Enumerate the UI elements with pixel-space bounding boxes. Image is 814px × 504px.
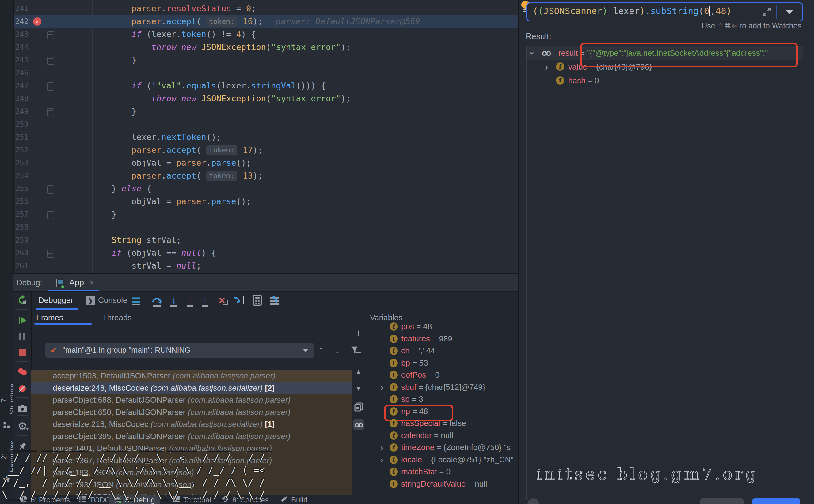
line-number[interactable]: 252 xyxy=(13,144,28,156)
fold-marker-icon[interactable] xyxy=(47,31,54,39)
evaluate-button[interactable] xyxy=(752,498,800,504)
line-number[interactable]: 248 xyxy=(13,92,28,105)
variable-row[interactable]: ›flocale = {Locale@751} "zh_CN" xyxy=(365,454,518,466)
line-number[interactable]: 251 xyxy=(13,131,28,144)
code-line[interactable]: 253 objVal = parser.parse(); xyxy=(13,156,518,169)
line-number[interactable]: 255 xyxy=(13,182,28,195)
fold-marker-icon[interactable] xyxy=(47,211,54,219)
code-line[interactable]: 258 xyxy=(13,221,518,234)
reset-frame-icon[interactable]: ✕ xyxy=(216,295,228,306)
sidebar-item-structure[interactable]: 7: Structure xyxy=(0,381,13,417)
thread-selector[interactable]: ✔ "main"@1 in group "main": RUNNING xyxy=(45,343,314,358)
code-line[interactable]: 250 xyxy=(13,118,518,131)
code-line[interactable]: 254 parser.accept( token: 13); xyxy=(13,169,518,182)
variable-row[interactable]: ›ftimeZone = {ZoneInfo@750} "s xyxy=(365,442,518,454)
stack-frame-row[interactable]: deserialze:248, MiscCodec (com.alibaba.f… xyxy=(31,382,352,394)
statusbar-tab-build[interactable]: Build xyxy=(275,495,312,504)
result-child-row[interactable]: fhash = 0 xyxy=(526,74,803,88)
line-number[interactable]: 241 xyxy=(13,2,28,15)
scroll-down-icon[interactable]: ▼ xyxy=(353,383,364,394)
pause-icon[interactable] xyxy=(17,331,27,341)
code-line[interactable]: 244 throw new JSONException("syntax erro… xyxy=(13,41,518,54)
code-line[interactable]: 243 if (lexer.token() != 4) { xyxy=(13,28,518,41)
code-line[interactable]: 241 parser.resolveStatus = 0; xyxy=(13,2,518,15)
code-line[interactable]: 246 xyxy=(13,66,518,79)
fold-marker-icon[interactable] xyxy=(47,108,54,116)
tab-debugger[interactable]: Debugger xyxy=(38,295,73,305)
code-line[interactable]: 251 lexer.nextToken(); xyxy=(13,131,518,144)
add-watch-icon[interactable]: + xyxy=(353,328,364,338)
close-icon[interactable]: × xyxy=(89,278,94,288)
line-number[interactable]: 242 xyxy=(13,15,28,28)
fold-marker-icon[interactable] xyxy=(47,82,54,91)
scroll-up-icon[interactable]: ▲ xyxy=(353,366,364,377)
line-number[interactable]: 260 xyxy=(13,246,28,259)
code-line[interactable]: 247 if (!"val".equals(lexer.stringVal())… xyxy=(13,79,518,92)
code-line[interactable]: 261 strVal = null; xyxy=(13,259,518,272)
stack-frame-row[interactable]: deserialze:218, MiscCodec (com.alibaba.f… xyxy=(31,418,352,431)
variable-row[interactable]: fcalendar = null xyxy=(365,430,518,442)
line-number[interactable]: 243 xyxy=(13,28,28,41)
line-number[interactable]: 249 xyxy=(13,105,28,118)
variable-row[interactable]: fbp = 53 xyxy=(365,357,518,369)
line-number[interactable]: 245 xyxy=(13,54,28,66)
code-line[interactable]: 256 objVal = parser.parse(); xyxy=(13,195,518,208)
variable-row[interactable]: fmatchStat = 0 xyxy=(365,466,518,478)
code-line[interactable]: 257} xyxy=(13,208,518,221)
line-number[interactable]: 259 xyxy=(13,234,28,246)
fold-marker-icon[interactable] xyxy=(47,185,54,194)
step-into-icon[interactable]: ↓ xyxy=(169,294,178,307)
stop-icon[interactable] xyxy=(17,348,27,357)
history-dropdown-icon[interactable] xyxy=(786,10,793,14)
line-number[interactable]: 256 xyxy=(13,195,28,208)
line-number[interactable]: 261 xyxy=(13,259,28,272)
variable-row[interactable]: fhasSpecial = false xyxy=(365,417,518,430)
tab-frames[interactable]: Frames xyxy=(36,313,63,322)
remove-watch-icon[interactable]: − xyxy=(353,347,364,358)
trace-settings-icon[interactable] xyxy=(270,295,280,305)
step-out-icon[interactable]: ↑ xyxy=(200,294,210,307)
code-line[interactable]: 249 } xyxy=(13,105,518,118)
frame-up-icon[interactable]: ↑ xyxy=(319,344,324,355)
expand-icon[interactable] xyxy=(762,7,772,17)
tab-app-run-config[interactable]: App × xyxy=(53,276,118,290)
camera-thread-dump-icon[interactable] xyxy=(17,404,27,413)
run-to-cursor-icon[interactable] xyxy=(232,295,244,306)
view-breakpoints-icon[interactable] xyxy=(17,367,27,377)
mute-breakpoints-icon[interactable] xyxy=(17,384,27,393)
breakpoint-icon[interactable]: ✔ xyxy=(33,17,41,26)
variable-row[interactable]: ffeatures = 989 xyxy=(365,333,518,345)
line-number[interactable]: 247 xyxy=(13,79,28,92)
fold-marker-icon[interactable] xyxy=(47,250,54,258)
code-line[interactable]: 252 parser.accept( token: 17); xyxy=(13,144,518,156)
variable-row[interactable]: feofPos = 0 xyxy=(365,369,518,381)
variable-row[interactable]: fsp = 3 xyxy=(365,393,518,405)
line-number[interactable]: 253 xyxy=(13,156,28,169)
stack-frame-row[interactable]: accept:1503, DefaultJSONParser (com.alib… xyxy=(31,370,352,382)
step-over-icon[interactable] xyxy=(152,294,162,307)
fold-marker-icon[interactable] xyxy=(47,57,54,65)
evaluate-expression-input[interactable]: ((JSONScanner) lexer).subString(0,48) xyxy=(526,2,803,21)
line-number[interactable]: 250 xyxy=(13,118,28,131)
copy-stack-icon[interactable] xyxy=(353,402,364,412)
close-button[interactable] xyxy=(700,498,744,504)
code-line[interactable]: 245 } xyxy=(13,54,518,66)
variable-row[interactable]: ›fsbuf = {char[512]@749} xyxy=(365,381,518,393)
tab-console[interactable]: Console xyxy=(98,295,127,305)
evaluate-expression-icon[interactable] xyxy=(253,295,262,306)
line-number[interactable]: 246 xyxy=(13,66,28,79)
code-line[interactable]: 259String strVal; xyxy=(13,234,518,246)
code-line[interactable]: 255} else { xyxy=(13,182,518,195)
line-number[interactable]: 244 xyxy=(13,41,28,54)
force-step-into-icon[interactable]: ↓ xyxy=(185,294,194,307)
rerun-icon[interactable] xyxy=(17,295,27,305)
tab-threads[interactable]: Threads xyxy=(102,313,131,322)
variable-row[interactable]: fpos = 48 xyxy=(365,321,518,333)
variable-row[interactable]: fstringDefaultValue = null xyxy=(365,478,518,490)
frame-down-icon[interactable]: ↓ xyxy=(335,344,340,355)
line-number[interactable]: 257 xyxy=(13,208,28,221)
resume-icon[interactable] xyxy=(17,315,27,325)
line-number[interactable]: 258 xyxy=(13,221,28,234)
stack-frame-row[interactable]: parseObject:650, DefaultJSONParser (com.… xyxy=(31,406,352,419)
code-line[interactable]: 260if (objVal == null) { xyxy=(13,246,518,259)
